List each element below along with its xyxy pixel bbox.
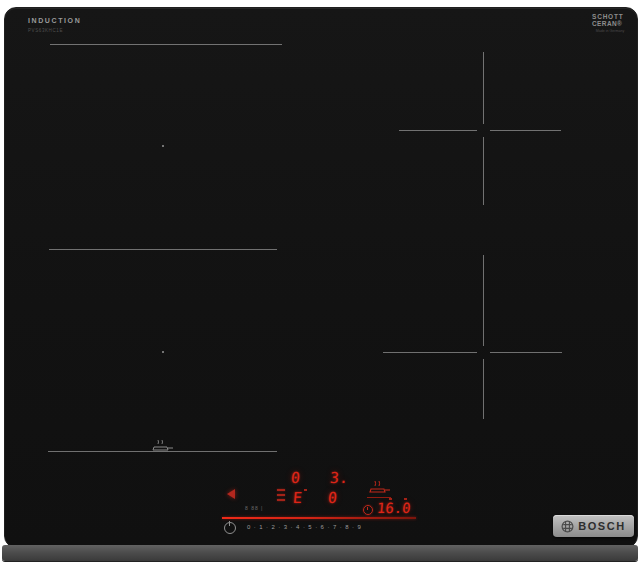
schott-logo-line3: Made in Germany	[592, 29, 628, 33]
schott-ceran-logo: SCHOTT CERAN® Made in Germany	[592, 13, 628, 33]
zone-center-dot-front-left	[162, 351, 164, 353]
zone-cross1-vert-top	[483, 52, 484, 124]
flex-indicator-dash-1	[277, 489, 285, 491]
printed-timer-key-icons[interactable]: 8 88 |	[245, 505, 263, 511]
flex-indicator-dash-3	[277, 499, 285, 501]
timer-display[interactable]: 16.0	[376, 501, 411, 515]
bosch-armature-icon	[561, 520, 574, 533]
zone-cross1-vert-bottom	[483, 137, 484, 205]
display-front-left-indicator-dot	[304, 489, 307, 491]
flex-indicator-dash-2	[277, 494, 285, 496]
fry-sensor-underline	[367, 497, 391, 498]
zone-cross1-horiz-right	[490, 130, 561, 131]
zone-line-top-left-upper	[50, 44, 282, 45]
display-rear-left-power[interactable]: 0	[290, 471, 300, 486]
induction-hob: INDUCTION PVS63KHC1E SCHOTT CERAN® Made …	[0, 0, 640, 564]
display-front-right-power[interactable]: 0	[327, 491, 337, 506]
induction-label: INDUCTION	[28, 17, 81, 24]
standby-power-icon[interactable]	[224, 522, 236, 534]
model-text: PVS63KHC1E	[28, 28, 63, 33]
power-level-slider[interactable]	[222, 517, 416, 519]
power-level-scale[interactable]: 0 · 1 · 2 · 3 · 4 · 5 · 6 · 7 · 8 · 9	[247, 524, 362, 530]
zone-line-left-middle	[49, 249, 277, 250]
move-indicator-arrow-icon[interactable]	[227, 489, 235, 499]
zone-cross2-vert-top	[483, 255, 484, 346]
display-rear-right-power[interactable]: 3.	[329, 471, 348, 486]
zone-cross2-horiz-right	[490, 352, 562, 353]
fry-sensor-pan-icon	[151, 437, 175, 452]
fry-sensor-active-icon	[367, 478, 393, 494]
front-trim-strip	[2, 545, 638, 561]
ceramic-glass-surface	[4, 7, 638, 548]
zone-cross2-vert-bottom	[483, 359, 484, 419]
timer-clock-icon[interactable]	[363, 505, 373, 515]
zone-center-dot-rear-left	[162, 145, 164, 147]
bosch-logo-text: BOSCH	[578, 520, 626, 532]
bosch-badge: BOSCH	[553, 515, 634, 537]
display-front-left-power[interactable]: E	[292, 491, 302, 506]
schott-logo-line2: CERAN®	[592, 20, 628, 27]
zone-cross1-horiz-left	[399, 130, 477, 131]
schott-logo-line1: SCHOTT	[592, 13, 628, 20]
zone-cross2-horiz-left	[383, 352, 477, 353]
